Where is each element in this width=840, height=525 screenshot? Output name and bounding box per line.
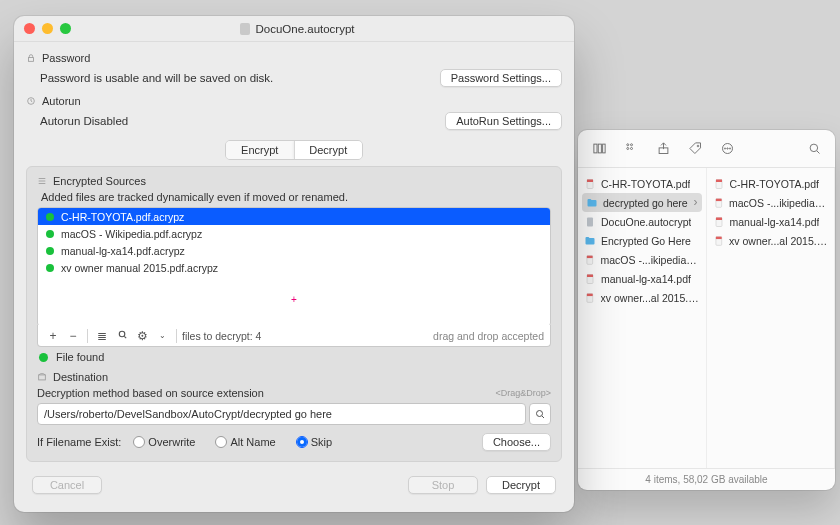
file-list[interactable]: C-HR-TOYOTA.pdf.acrypzmacOS - Wikipedia.… <box>37 207 551 327</box>
radio-overwrite[interactable]: Overwrite <box>133 436 195 448</box>
tab-decrypt[interactable]: Decrypt <box>294 141 363 159</box>
list-menu-icon[interactable]: ≣ <box>93 329 111 343</box>
autorun-settings-button[interactable]: AutoRun Settings... <box>445 112 562 130</box>
svg-rect-18 <box>587 255 593 257</box>
add-icon[interactable]: + <box>44 329 62 343</box>
add-placeholder-icon: + <box>38 294 550 305</box>
destination-section: Destination Decryption method based on s… <box>37 371 551 451</box>
list-gear-icon[interactable]: ⚙ <box>133 329 151 343</box>
svg-rect-2 <box>602 144 605 153</box>
source-file-row[interactable]: C-HR-TOYOTA.pdf.acrypz <box>38 208 550 225</box>
view-menu-icon[interactable] <box>620 138 642 160</box>
dest-method-label: Decryption method based on source extens… <box>37 387 495 399</box>
window-title: DocuOne.autocrypt <box>31 23 564 35</box>
svg-point-33 <box>119 331 125 337</box>
finder-item[interactable]: C-HR-TOYOTA.pdf <box>707 174 835 193</box>
decrypt-button[interactable]: Decrypt <box>486 476 556 494</box>
mode-segmented[interactable]: Encrypt Decrypt <box>225 140 363 160</box>
finder-item[interactable]: C-HR-TOYOTA.pdf <box>578 174 706 193</box>
finder-item[interactable]: macOS -...ikipedia.pdf <box>707 193 835 212</box>
finder-item[interactable]: manual-lg-xa14.pdf <box>578 269 706 288</box>
source-file-row[interactable]: xv owner manual 2015.pdf.acrypz <box>38 259 550 276</box>
finder-item[interactable]: manual-lg-xa14.pdf <box>707 212 835 231</box>
finder-item[interactable]: xv owner...al 2015.pdf <box>578 288 706 307</box>
source-file-row[interactable]: macOS - Wikipedia.pdf.acrypz <box>38 225 550 242</box>
password-settings-button[interactable]: Password Settings... <box>440 69 562 87</box>
autorun-label: Autorun <box>42 95 81 107</box>
finder-item[interactable]: Encrypted Go Here <box>578 231 706 250</box>
finder-item[interactable]: macOS -...ikipedia.pdf <box>578 250 706 269</box>
svg-point-12 <box>729 148 730 149</box>
svg-point-10 <box>724 148 725 149</box>
status-dot-icon <box>46 213 54 221</box>
password-header: Password <box>26 52 562 64</box>
svg-point-3 <box>626 144 628 146</box>
sources-hint: Added files are tracked dynamically even… <box>41 191 551 203</box>
finder-item[interactable]: DocuOne.autocrypt <box>578 212 706 231</box>
source-file-row[interactable]: manual-lg-xa14.pdf.acrypz <box>38 242 550 259</box>
tag-icon[interactable] <box>684 138 706 160</box>
main-window: DocuOne.autocrypt Password Password is u… <box>14 16 574 512</box>
svg-rect-20 <box>587 274 593 277</box>
svg-rect-30 <box>715 236 721 238</box>
autorun-header: Autorun <box>26 95 562 107</box>
exist-label: If Filename Exist: <box>37 436 121 448</box>
svg-point-5 <box>626 148 628 150</box>
svg-rect-1 <box>598 144 601 153</box>
svg-rect-22 <box>587 293 593 295</box>
finder-status: 4 items, 58,02 GB available <box>578 468 835 490</box>
svg-rect-0 <box>593 144 596 153</box>
tab-encrypt[interactable]: Encrypt <box>226 141 294 159</box>
svg-point-6 <box>630 148 632 150</box>
svg-rect-34 <box>39 375 46 380</box>
finder-window: C-HR-TOYOTA.pdfdecrypted go hereDocuOne.… <box>578 130 835 490</box>
radio-skip[interactable]: Skip <box>296 436 332 448</box>
titlebar: DocuOne.autocrypt <box>14 16 574 42</box>
svg-rect-24 <box>716 179 722 182</box>
finder-item[interactable]: decrypted go here <box>582 193 702 212</box>
destination-path-input[interactable] <box>37 403 526 425</box>
share-icon[interactable] <box>652 138 674 160</box>
list-search-icon[interactable] <box>113 329 131 343</box>
svg-point-4 <box>630 144 632 146</box>
password-label: Password <box>42 52 90 64</box>
status-dot-icon <box>39 353 48 362</box>
password-status: Password is usable and will be saved on … <box>40 72 440 84</box>
status-dot-icon <box>46 264 54 272</box>
finder-item[interactable]: xv owner...al 2015.pdf <box>707 231 835 250</box>
file-count: files to decrypt: 4 <box>182 330 261 342</box>
file-status: File found <box>56 351 104 363</box>
svg-rect-16 <box>587 217 593 226</box>
sources-header: Encrypted Sources <box>37 175 551 187</box>
stop-button[interactable]: Stop <box>408 476 478 494</box>
reveal-icon[interactable] <box>529 403 551 425</box>
drag-hint: drag and drop accepted <box>433 330 544 342</box>
dragdrop-hint: <Drag&Drop> <box>495 388 551 398</box>
svg-rect-31 <box>29 58 34 62</box>
list-toolbar: + − ≣ ⚙ ⌄ files to decrypt: 4 drag and d… <box>37 325 551 347</box>
destination-header: Destination <box>37 371 551 383</box>
finder-column-2[interactable]: C-HR-TOYOTA.pdfmacOS -...ikipedia.pdfman… <box>707 168 836 468</box>
svg-rect-28 <box>716 217 722 220</box>
radio-altname[interactable]: Alt Name <box>215 436 275 448</box>
remove-icon[interactable]: − <box>64 329 82 343</box>
svg-point-13 <box>810 144 818 152</box>
svg-rect-26 <box>715 198 721 200</box>
cancel-button[interactable]: Cancel <box>32 476 102 494</box>
finder-column-1[interactable]: C-HR-TOYOTA.pdfdecrypted go hereDocuOne.… <box>578 168 707 468</box>
svg-rect-15 <box>587 179 593 182</box>
status-dot-icon <box>46 247 54 255</box>
search-icon[interactable] <box>803 138 825 160</box>
actions-icon[interactable] <box>716 138 738 160</box>
list-dropdown-icon[interactable]: ⌄ <box>153 331 171 340</box>
columns-icon[interactable] <box>588 138 610 160</box>
svg-point-35 <box>537 411 543 417</box>
status-dot-icon <box>46 230 54 238</box>
svg-point-11 <box>726 148 727 149</box>
autorun-status: Autorun Disabled <box>40 115 445 127</box>
svg-point-8 <box>697 145 699 147</box>
finder-toolbar <box>578 130 835 168</box>
choose-button[interactable]: Choose... <box>482 433 551 451</box>
